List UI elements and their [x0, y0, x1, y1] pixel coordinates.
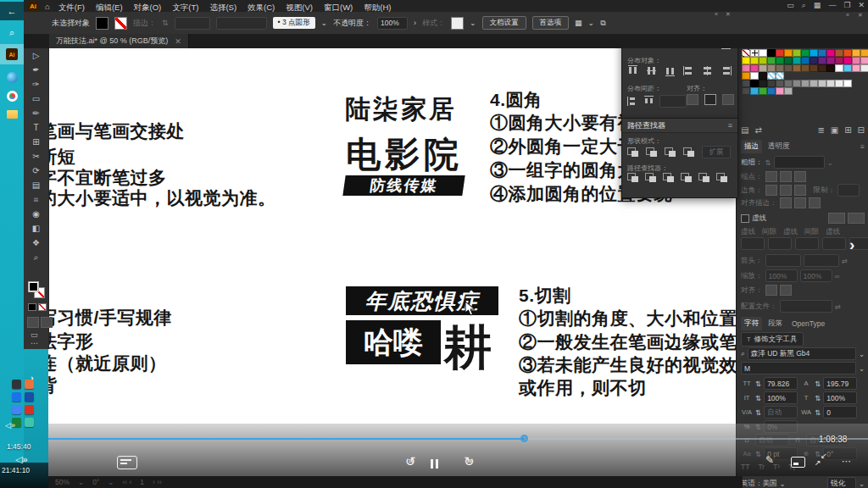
swatch[interactable]: [818, 64, 826, 72]
intersect-button[interactable]: [665, 147, 676, 157]
leading-field[interactable]: 195.79: [823, 377, 857, 390]
desktop-shortcut-0[interactable]: [12, 380, 21, 389]
distribute-v-center-button[interactable]: [647, 65, 656, 76]
touch-type-button[interactable]: T修饰文字工具: [741, 332, 804, 347]
swatch[interactable]: [767, 49, 776, 57]
workspace-icon[interactable]: ▭: [787, 1, 794, 10]
swatch[interactable]: [742, 64, 750, 72]
swatch-group-folder[interactable]: [742, 87, 750, 95]
rotation-caret[interactable]: ⌄: [108, 478, 114, 486]
rectangle-tool[interactable]: ▭: [24, 92, 48, 106]
hscale-stepper[interactable]: ⇅: [815, 394, 821, 402]
document-setup-button[interactable]: 文档设置: [482, 16, 526, 30]
swatch[interactable]: [835, 49, 843, 57]
artboard-nav-next[interactable]: › ››: [153, 478, 162, 486]
distribute-left-button[interactable]: [683, 66, 694, 75]
swatch[interactable]: [860, 64, 868, 72]
tab-opentype[interactable]: OpenType: [788, 318, 828, 330]
crop-button[interactable]: [681, 173, 692, 182]
opacity-field[interactable]: 100%: [377, 17, 408, 30]
swatch[interactable]: [759, 87, 767, 95]
video-progress-track[interactable]: [48, 438, 868, 440]
swatch[interactable]: [759, 57, 767, 64]
swatch[interactable]: [793, 64, 801, 72]
swatch[interactable]: [852, 64, 860, 72]
tab-character[interactable]: 字符: [741, 317, 762, 330]
menu-item-3[interactable]: 文字(T): [172, 3, 198, 12]
rotation-value[interactable]: 0°: [92, 478, 99, 486]
swatch[interactable]: [835, 80, 843, 87]
zoom-level[interactable]: 50%: [55, 478, 70, 486]
player-more-icon[interactable]: ⋯: [842, 456, 852, 467]
minus-front-button[interactable]: [646, 147, 657, 157]
swatch[interactable]: [784, 57, 793, 64]
menu-item-8[interactable]: 帮助(H): [364, 3, 391, 12]
exit-fullscreen-icon[interactable]: ↙ ↗: [815, 454, 828, 467]
taskbar-edge-icon[interactable]: [0, 69, 24, 85]
new-swatch-icon[interactable]: ⊞: [844, 125, 851, 135]
swatch[interactable]: [818, 49, 826, 57]
menu-item-5[interactable]: 效果(C): [248, 3, 275, 12]
font-search-icon[interactable]: ⌕: [741, 349, 745, 358]
stroke-weight-field[interactable]: [175, 17, 210, 30]
toolbar-more-icon[interactable]: ⋯: [31, 339, 38, 347]
swatch[interactable]: [784, 64, 793, 72]
brush-caret[interactable]: ⌄: [321, 19, 328, 27]
swatch[interactable]: [793, 57, 801, 64]
outline-button[interactable]: [698, 173, 709, 182]
color-button[interactable]: [28, 303, 36, 311]
pen-tool[interactable]: ✒: [24, 63, 48, 77]
swatch[interactable]: [860, 49, 868, 57]
dock-collapse-icon[interactable]: «: [846, 12, 849, 18]
preserve-dash-button[interactable]: [828, 213, 845, 224]
paintbrush-tool[interactable]: ✑: [24, 77, 48, 92]
swatch[interactable]: [759, 80, 767, 87]
pause-button[interactable]: [431, 457, 438, 472]
direct-selection-tool[interactable]: ▷: [24, 48, 48, 63]
panel-group-collapse-icon[interactable]: «: [715, 11, 718, 17]
swatch-kinds-icon[interactable]: ≣: [817, 125, 824, 135]
desktop-shortcut-5[interactable]: [25, 405, 34, 414]
swatch[interactable]: [750, 64, 759, 72]
anti-alias-dropdown[interactable]: 锐化: [827, 477, 856, 488]
taskbar-search-icon[interactable]: ⌕: [0, 24, 24, 41]
horizontal-scale-field[interactable]: 100%: [823, 391, 857, 404]
swatch[interactable]: [843, 64, 852, 72]
taskbar-illustrator-icon[interactable]: Ai: [0, 44, 24, 64]
desktop-shortcut-7[interactable]: [25, 418, 34, 427]
tab-stroke[interactable]: 描边: [741, 140, 762, 153]
close-button[interactable]: ✕: [858, 1, 865, 10]
swatch-libraries-icon[interactable]: ▤: [741, 125, 748, 135]
swatch-group-folder[interactable]: [742, 80, 750, 87]
weight-dropdown[interactable]: [774, 156, 825, 169]
swatch[interactable]: [759, 49, 767, 57]
app-grid-icon[interactable]: ▦: [814, 1, 821, 10]
swatch[interactable]: [826, 64, 835, 72]
forward-30-button[interactable]: ↻30: [464, 454, 475, 469]
divide-button[interactable]: [627, 173, 638, 182]
opacity-expand-icon[interactable]: ›: [414, 19, 416, 27]
exclude-button[interactable]: [683, 147, 694, 157]
width-profile-dropdown[interactable]: [216, 17, 267, 30]
swatch[interactable]: [750, 80, 759, 87]
swatch[interactable]: [810, 49, 818, 57]
stroke-color-swatch[interactable]: [114, 17, 127, 30]
delete-swatch-icon[interactable]: ⊟: [858, 125, 865, 135]
subtitle-icon[interactable]: [791, 457, 805, 468]
swatch-none[interactable]: [742, 49, 750, 57]
tab-paragraph[interactable]: 段落: [765, 317, 786, 330]
swatch[interactable]: [784, 80, 793, 87]
menu-item-0[interactable]: 文件(F): [58, 3, 85, 12]
distribute-top-button[interactable]: [628, 65, 637, 76]
restore-button[interactable]: ❐: [843, 1, 850, 10]
swatch[interactable]: [776, 87, 784, 95]
tracking-field[interactable]: 0: [823, 406, 857, 419]
weight-caret[interactable]: ⌄: [827, 158, 833, 167]
font-style-dropdown[interactable]: M: [741, 362, 856, 374]
mesh-tool[interactable]: ⌗: [24, 192, 48, 207]
swatch[interactable]: [784, 49, 793, 57]
illustrator-logo-icon[interactable]: Ai: [28, 1, 38, 11]
menu-item-4[interactable]: 选择(S): [209, 3, 236, 12]
swatch[interactable]: [776, 57, 784, 64]
screen-mode-icon[interactable]: ▭: [31, 330, 38, 339]
